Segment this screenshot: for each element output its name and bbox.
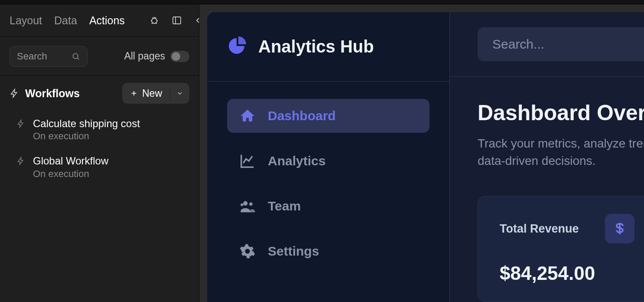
tab-actions[interactable]: Actions [89,14,125,27]
sidebar-item-label: Dashboard [268,108,336,123]
app-content: Dashboard Overview Track your metrics, a… [450,77,644,302]
page-subtitle: Track your metrics, analyze trends, and … [478,135,644,170]
svg-point-8 [249,202,253,206]
search-icon [72,52,80,61]
sidebar-item-label: Analytics [268,154,325,168]
nav-list: Dashboard Analytics Team [207,82,449,286]
svg-point-7 [243,201,247,206]
chevron-down-icon [176,90,183,97]
workflow-item-name: Calculate shipping cost [33,117,140,131]
home-icon [239,108,256,124]
workflows-title: Workflows [25,87,116,100]
new-workflow-split-button: New [122,83,189,104]
users-icon [239,198,256,214]
metric-card-value: $84,254.00 [500,263,644,284]
bolt-icon [16,119,25,128]
sidebar-item-label: Team [268,199,301,213]
sidebar-item-analytics[interactable]: Analytics [227,144,429,178]
all-pages-toggle-group: All pages [94,50,189,62]
bolt-icon [16,157,25,165]
bolt-icon [10,89,19,98]
pie-chart-icon [227,36,248,57]
app-logo-row: Analytics Hub [207,12,449,82]
metric-card-total-revenue: Total Revenue $84,254.00 [478,196,644,302]
window-chrome-strip [0,0,644,4]
preview-frame: Analytics Hub Dashboard Analytics [207,12,644,302]
svg-line-4 [78,58,79,59]
page-title: Dashboard Overview [478,100,644,125]
tab-data[interactable]: Data [54,14,77,27]
editor-panel: Layout Data Actions Search All pages [0,4,199,302]
svg-point-3 [73,53,78,59]
workflow-item[interactable]: Global Workflow On execution [0,148,199,185]
tab-layout[interactable]: Layout [10,14,42,27]
workflow-item-trigger: On execution [33,131,140,142]
workflows-header: Workflows New [0,76,199,111]
plus-icon [130,89,138,97]
svg-rect-1 [173,17,181,24]
svg-point-9 [241,204,243,206]
all-pages-toggle[interactable] [170,51,189,62]
sidebar-item-settings[interactable]: Settings [227,234,429,268]
search-placeholder-text: Search [17,51,67,62]
all-pages-label: All pages [124,50,165,62]
workflow-item[interactable]: Calculate shipping cost On execution [0,111,199,148]
app-search-input[interactable]: Search... [478,27,644,61]
sidebar-item-team[interactable]: Team [227,189,429,223]
workflow-item-trigger: On execution [33,168,108,180]
search-placeholder-text: Search... [492,37,544,52]
line-chart-icon [239,153,256,169]
bug-icon[interactable] [149,15,159,26]
metric-card-label: Total Revenue [500,222,579,236]
panel-icon[interactable] [172,15,182,26]
sidebar-item-dashboard[interactable]: Dashboard [227,99,429,133]
new-workflow-dropdown[interactable] [170,90,189,97]
dollar-icon [605,214,634,243]
preview-panel: Analytics Hub Dashboard Analytics [199,4,644,302]
gear-icon [239,243,256,259]
editor-search-row: Search All pages [0,37,199,76]
search-input[interactable]: Search [10,46,88,67]
workflow-item-name: Global Workflow [33,154,108,168]
app-main: Search... Dashboard Overview Track your … [450,12,644,302]
editor-tabs: Layout Data Actions [0,4,199,37]
app-topbar: Search... [450,12,644,77]
new-workflow-button[interactable]: New [122,88,170,99]
app-name: Analytics Hub [258,37,374,56]
new-button-label: New [142,88,162,99]
app-sidebar: Analytics Hub Dashboard Analytics [207,12,450,302]
sidebar-item-label: Settings [268,244,319,259]
